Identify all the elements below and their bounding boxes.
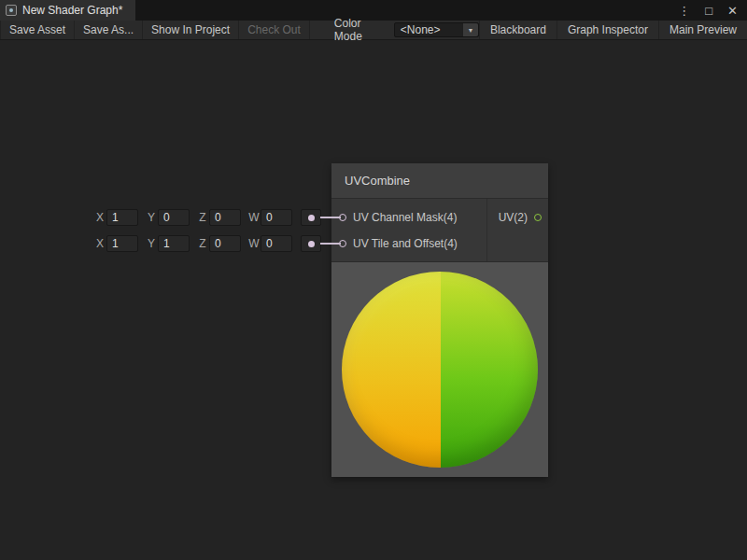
blackboard-button[interactable]: Blackboard [479,21,557,39]
edge-uv-tile-offset[interactable] [320,243,341,245]
field-y-input[interactable]: 0 [158,209,190,226]
document-tab[interactable]: New Shader Graph* [0,0,135,21]
color-mode-value: <None> [401,23,441,36]
field-label-x: X [93,211,106,224]
port-divider [486,199,487,261]
color-mode-dropdown[interactable]: <None> ▼ [394,22,479,37]
field-label-y: Y [145,211,158,224]
save-asset-button[interactable]: Save Asset [0,21,75,39]
kebab-menu-icon[interactable]: ⋮ [678,5,690,17]
maximize-icon[interactable]: □ [705,5,712,17]
port-dot-icon [308,215,315,221]
field-w-input[interactable]: 0 [261,235,292,252]
toolbar: Save Asset Save As... Show In Project Ch… [0,21,747,40]
field-label-w: W [247,211,261,224]
toolbar-right-group: Blackboard Graph Inspector Main Preview [479,21,747,39]
field-label-z: Z [196,237,209,250]
field-y-input[interactable]: 1 [158,235,190,252]
node-preview [331,262,548,477]
graph-inspector-button[interactable]: Graph Inspector [557,21,658,39]
close-icon[interactable]: ✕ [727,5,738,17]
preview-sphere [342,272,538,468]
input-port-label: UV Tile and Offset(4) [353,237,458,250]
port-connector[interactable] [301,209,321,226]
shader-graph-icon [6,5,17,16]
node-header[interactable]: UVCombine [331,163,548,199]
field-label-x: X [93,237,106,250]
window-controls: ⋮ □ ✕ [678,0,747,21]
vector2-port-icon[interactable] [534,214,542,221]
save-as-button[interactable]: Save As... [75,21,143,39]
port-connector[interactable] [301,235,321,252]
field-w-input[interactable]: 0 [261,209,292,226]
show-in-project-button[interactable]: Show In Project [143,21,239,39]
input-port-uv-channel-mask[interactable]: UV Channel Mask(4) [331,204,458,231]
port-dot-icon [308,241,315,247]
field-z-input[interactable]: 0 [209,235,241,252]
node-title: UVCombine [345,174,410,188]
field-label-z: Z [196,211,209,224]
field-x-input[interactable]: 1 [106,209,138,226]
vector4-field-row-2: X 1 Y 1 Z 0 W 0 [93,233,321,254]
node-ports: UV Channel Mask(4) UV Tile and Offset(4)… [331,199,548,262]
input-port-label: UV Channel Mask(4) [353,211,457,224]
color-mode-group: Color Mode <None> ▼ [334,21,479,39]
vector4-field-row-1: X 1 Y 0 Z 0 W 0 [93,207,321,228]
node-inputs: UV Channel Mask(4) UV Tile and Offset(4) [331,204,458,257]
uvcombine-node[interactable]: UVCombine UV Channel Mask(4) UV Tile and… [331,163,548,477]
output-port-label: UV(2) [499,211,528,224]
color-mode-label: Color Mode [334,17,394,43]
field-label-w: W [247,237,261,250]
check-out-button: Check Out [239,21,310,39]
field-x-input[interactable]: 1 [106,235,138,252]
tab-title: New Shader Graph* [22,4,122,17]
edge-uv-channel-mask[interactable] [320,217,341,218]
input-port-uv-tile-offset[interactable]: UV Tile and Offset(4) [331,231,458,257]
field-z-input[interactable]: 0 [209,209,241,226]
main-preview-button[interactable]: Main Preview [658,21,747,39]
chevron-down-icon: ▼ [463,23,478,36]
output-port-uv[interactable]: UV(2) [499,204,542,231]
field-label-y: Y [145,237,158,250]
